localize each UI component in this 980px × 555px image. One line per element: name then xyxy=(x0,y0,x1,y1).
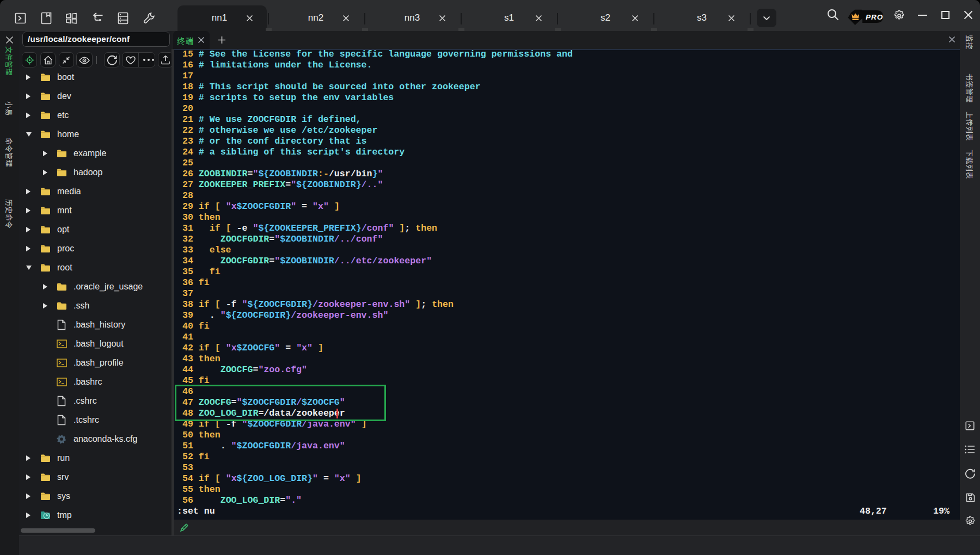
svg-text:PRO: PRO xyxy=(866,13,883,21)
